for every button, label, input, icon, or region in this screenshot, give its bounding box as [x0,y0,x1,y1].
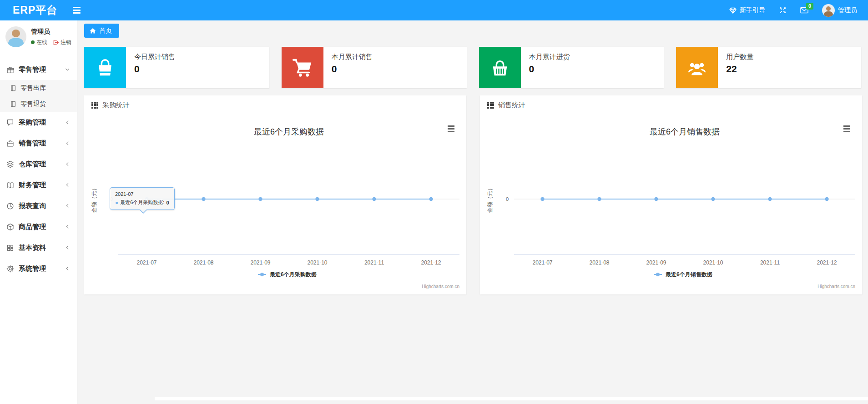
sidebar-item-basic-data[interactable]: 基本资料 [0,237,77,258]
shopping-bag-icon [95,57,116,78]
user-menu[interactable]: 管理员 [822,4,857,17]
main-content: 首页 今日累计销售 0 [77,20,868,400]
breadcrumb-home-tab[interactable]: 首页 [84,24,119,38]
fullscreen-icon [779,6,787,14]
chat-square-icon [6,119,14,126]
online-status-label: 在线 [36,39,47,46]
pie-chart-icon [6,202,14,210]
sidebar-user-name: 管理员 [31,28,71,36]
sidebar-item-finance[interactable]: 财务管理 [0,175,77,195]
tooltip-value: 0 [166,200,169,205]
sidebar-item-sales[interactable]: 销售管理 [0,133,77,154]
journal-icon [10,85,16,91]
footer-divider [155,397,868,400]
fullscreen-button[interactable] [779,6,787,14]
avatar [5,26,26,47]
panel-title: 销售统计 [498,101,525,110]
sidebar: 管理员 在线 注销 零售管理 零售出库 [0,20,77,404]
chart-context-menu-button[interactable] [842,124,852,134]
svg-text:2021-10: 2021-10 [703,259,723,266]
sales-chart: 最近6个月销售数据0金额（元）2021-072021-082021-092021… [484,115,858,292]
svg-text:最近6个月采购数据: 最近6个月采购数据 [254,127,324,136]
sidebar-menu: 零售管理 零售出库 零售退货 采购管理 销售管理 仓库管理 [0,59,77,279]
stat-value: 0 [332,64,373,75]
brand-logo: ERP平台 [13,3,57,17]
newbie-guide-button[interactable]: 新手引导 [729,6,765,15]
tooltip-series-label: 最近6个月采购数据: [120,199,164,206]
stat-value: 0 [134,64,175,75]
user-name-top: 管理员 [838,6,857,15]
tooltip-header: 2021-07 [115,191,169,197]
svg-text:Highcharts.com.cn: Highcharts.com.cn [818,284,855,289]
logout-icon [53,40,59,45]
sidebar-item-reports[interactable]: 报表查询 [0,195,77,216]
stat-card-month-purchase[interactable]: 本月累计进货 0 [479,47,664,88]
stat-label: 今日累计销售 [134,53,175,61]
svg-text:2021-11: 2021-11 [364,259,384,266]
briefcase-icon [6,140,14,147]
svg-text:最近6个月采购数据: 最近6个月采购数据 [270,271,317,278]
user-avatar-small [822,4,835,17]
stat-card-user-count[interactable]: 用户数量 22 [676,47,861,88]
sidebar-toggle-icon[interactable] [73,7,81,14]
journal-icon [10,101,16,107]
sidebar-item-retail[interactable]: 零售管理 [0,59,77,80]
sidebar-item-retail-return[interactable]: 零售退货 [0,96,77,112]
cart-icon [292,57,313,78]
gift-icon [6,66,14,74]
stat-label: 本月累计进货 [529,53,570,61]
chevron-left-icon [64,182,71,188]
chevron-left-icon [64,203,71,209]
chevron-left-icon [64,161,71,167]
grid-icon [6,244,14,252]
newbie-guide-label: 新手引导 [740,6,765,15]
svg-text:2021-12: 2021-12 [817,259,837,266]
stat-card-today-sales[interactable]: 今日累计销售 0 [84,47,269,88]
sidebar-item-purchase[interactable]: 采购管理 [0,112,77,133]
online-status-dot [31,40,35,44]
logout-button[interactable]: 注销 [53,39,71,46]
svg-text:最近6个月销售数据: 最近6个月销售数据 [666,271,712,278]
panel-title: 采购统计 [102,101,130,110]
stat-value: 0 [529,64,570,75]
chart-panels-row: 采购统计 最近6个月采购数据0金额（元）2021-072021-082021-0… [84,95,861,294]
layers-icon [6,160,14,168]
sidebar-item-goods[interactable]: 商品管理 [0,216,77,237]
chevron-left-icon [64,265,71,272]
stat-label: 本月累计销售 [332,53,373,61]
svg-text:2021-08: 2021-08 [193,259,213,266]
retail-submenu: 零售出库 零售退货 [0,80,77,112]
gem-icon [729,7,737,14]
stat-card-month-sales[interactable]: 本月累计销售 0 [282,47,467,88]
chart-tooltip: 2021-07 ● 最近6个月采购数据: 0 [110,187,175,210]
svg-text:2021-07: 2021-07 [136,259,156,266]
svg-text:最近6个月销售数据: 最近6个月销售数据 [650,127,720,136]
gear-icon [6,265,14,273]
svg-text:2021-10: 2021-10 [307,259,327,266]
sidebar-user-panel: 管理员 在线 注销 [0,20,77,53]
th-grid-icon [91,102,98,109]
svg-text:Highcharts.com.cn: Highcharts.com.cn [422,284,459,289]
chart-context-menu-button[interactable] [446,124,456,134]
stat-label: 用户数量 [726,53,753,61]
svg-text:金额（元）: 金额（元） [91,185,97,213]
stat-value: 22 [726,64,753,75]
th-grid-icon [487,102,494,109]
box-icon [6,223,14,231]
svg-text:2021-11: 2021-11 [760,259,780,266]
sidebar-item-warehouse[interactable]: 仓库管理 [0,154,77,175]
basket-icon [490,57,510,78]
sidebar-item-retail-outbound[interactable]: 零售出库 [0,80,77,96]
book-open-icon [6,181,14,189]
svg-text:2021-09: 2021-09 [646,259,666,266]
tooltip-series-dot: ● [115,200,118,206]
messages-button[interactable]: 0 [800,7,808,14]
sidebar-item-system[interactable]: 系统管理 [0,258,77,279]
svg-text:2021-07: 2021-07 [532,259,552,266]
users-icon [686,57,707,78]
chevron-left-icon [64,224,71,230]
svg-text:2021-12: 2021-12 [421,259,441,266]
chevron-left-icon [64,119,71,125]
svg-text:金额（元）: 金额（元） [487,185,493,213]
top-header: ERP平台 新手引导 0 管理员 [0,0,868,20]
